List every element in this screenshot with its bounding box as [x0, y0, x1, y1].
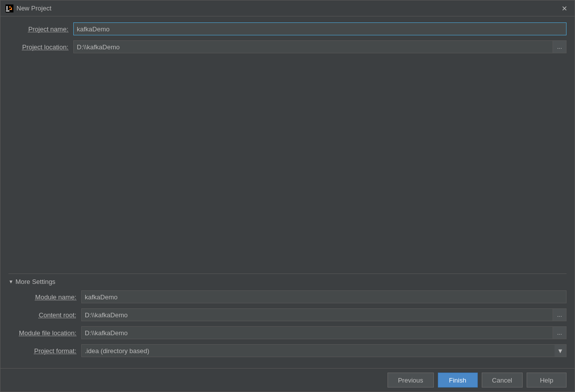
- project-format-select[interactable]: .idea (directory based): [81, 344, 567, 357]
- project-name-label: Project name:: [8, 25, 73, 33]
- dialog-footer: Previous Finish Cancel Help: [0, 368, 575, 392]
- module-file-location-field: ...: [81, 326, 567, 339]
- project-location-input[interactable]: [73, 40, 553, 53]
- more-settings-label: More Settings: [15, 278, 55, 285]
- app-icon: [5, 4, 13, 12]
- svg-rect-3: [9, 6, 10, 8]
- cancel-button[interactable]: Cancel: [482, 373, 523, 388]
- project-location-browse-button[interactable]: ...: [553, 40, 567, 53]
- title-bar: New Project ✕: [0, 0, 575, 16]
- content-root-field: ...: [81, 308, 567, 321]
- title-bar-left: New Project: [5, 4, 51, 12]
- module-file-location-row: Module file location: ...: [16, 326, 567, 339]
- module-name-input[interactable]: [81, 290, 567, 303]
- project-location-label: Project location:: [8, 43, 73, 51]
- module-name-label: Module name:: [16, 293, 81, 301]
- project-location-field: ...: [73, 40, 567, 53]
- finish-button[interactable]: Finish: [438, 373, 478, 388]
- module-file-location-label: Module file location:: [16, 329, 81, 337]
- content-root-row: Content root: ...: [16, 308, 567, 321]
- more-settings-toggle[interactable]: ▼ More Settings: [8, 278, 567, 285]
- project-format-row: Project format: .idea (directory based) …: [16, 344, 567, 357]
- content-spacer: [8, 58, 567, 273]
- project-location-row: Project location: ...: [8, 40, 567, 53]
- more-settings-section: ▼ More Settings Module name: Content roo…: [8, 273, 567, 362]
- expand-icon: ▼: [8, 279, 13, 284]
- new-project-dialog: New Project ✕ Project name: Project loca…: [0, 0, 575, 392]
- content-root-input[interactable]: [81, 308, 553, 321]
- module-name-row: Module name:: [16, 290, 567, 303]
- more-settings-form: Module name: Content root: ...: [8, 290, 567, 357]
- close-button[interactable]: ✕: [560, 3, 570, 13]
- dialog-body: Project name: Project location: ... ▼ Mo…: [0, 16, 575, 368]
- svg-rect-5: [9, 9, 12, 10]
- content-root-browse-button[interactable]: ...: [553, 308, 567, 321]
- svg-rect-2: [6, 6, 7, 10]
- help-button[interactable]: Help: [527, 373, 567, 388]
- project-name-input[interactable]: [73, 22, 567, 35]
- module-file-location-browse-button[interactable]: ...: [553, 326, 567, 339]
- svg-rect-1: [6, 10, 9, 11]
- project-name-row: Project name:: [8, 22, 567, 35]
- project-format-label: Project format:: [16, 347, 81, 355]
- content-root-label: Content root:: [16, 311, 81, 319]
- module-file-location-input[interactable]: [81, 326, 553, 339]
- previous-button[interactable]: Previous: [387, 373, 434, 388]
- project-format-select-wrapper: .idea (directory based) ▼: [81, 344, 567, 357]
- window-title: New Project: [16, 4, 51, 12]
